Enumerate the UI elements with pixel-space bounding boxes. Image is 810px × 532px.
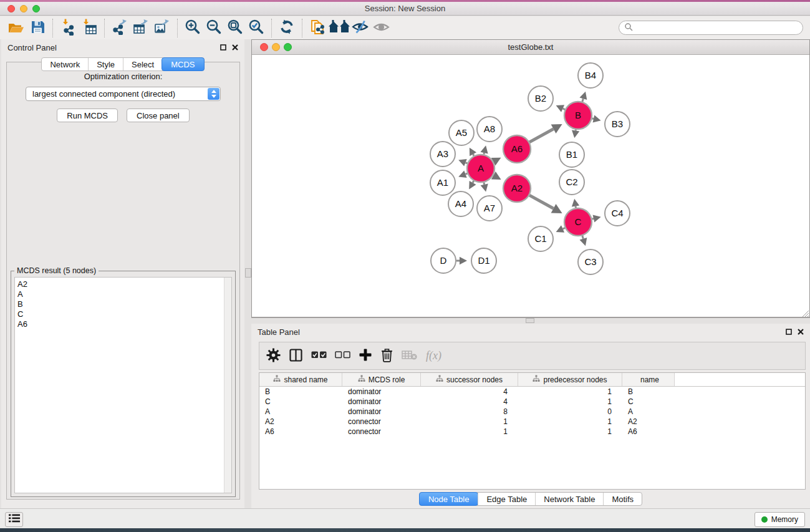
table-row[interactable]: Bdominator41B xyxy=(259,387,805,397)
graph-edge-A-A1[interactable] xyxy=(465,173,467,174)
graph-node-A3[interactable]: A3 xyxy=(430,142,455,167)
table-row[interactable]: A6connector11A6 xyxy=(259,427,805,437)
result-list-item[interactable]: A xyxy=(15,289,231,299)
delete-column-button[interactable] xyxy=(380,347,393,365)
table-row[interactable]: Adominator80A xyxy=(259,407,805,417)
search-input[interactable] xyxy=(636,24,798,32)
result-list-item[interactable]: A6 xyxy=(15,319,231,329)
show-hidden-button[interactable] xyxy=(370,18,392,38)
graph-node-A2[interactable]: A2 xyxy=(503,175,531,202)
new-network-from-selection-button[interactable] xyxy=(307,18,328,38)
export-image-button[interactable] xyxy=(152,18,173,38)
export-table-button[interactable] xyxy=(130,18,152,38)
graph-node-C3[interactable]: C3 xyxy=(578,249,603,274)
network-canvas[interactable]: B4B2BB3A8A5A6A3B1AC2A1A2A4A7C4CC1C3DD1 xyxy=(252,56,809,317)
task-history-button[interactable] xyxy=(5,512,23,527)
graph-edge-A-A5[interactable] xyxy=(473,154,474,156)
graph-node-C1[interactable]: C1 xyxy=(528,226,553,251)
mcds-result-list[interactable]: A2ABCA6 xyxy=(14,277,232,493)
zoom-in-button[interactable] xyxy=(182,18,203,38)
graph-node-C2[interactable]: C2 xyxy=(559,170,584,195)
column-header-shared-name[interactable]: shared name xyxy=(259,373,342,386)
network-zoom-button[interactable] xyxy=(284,43,292,51)
graph-edge-A-A3[interactable] xyxy=(465,163,467,163)
result-list-item[interactable]: B xyxy=(15,299,231,309)
column-header-name[interactable]: name xyxy=(622,373,675,386)
close-window-button[interactable] xyxy=(7,5,15,12)
graph-edge-A2-C[interactable] xyxy=(529,195,553,208)
graph-edge-A-A7[interactable] xyxy=(484,182,485,184)
column-header-predecessor-nodes[interactable]: predecessor nodes xyxy=(518,373,622,386)
graph-node-A1[interactable]: A1 xyxy=(430,170,455,195)
tab-mcds[interactable]: MCDS xyxy=(162,57,204,71)
hide-selected-button[interactable] xyxy=(349,18,370,38)
column-header-MCDS-role[interactable]: MCDS role xyxy=(342,373,421,386)
graph-node-D[interactable]: D xyxy=(431,248,456,273)
vertical-split-handle[interactable] xyxy=(245,268,251,278)
result-list-scrollbar[interactable] xyxy=(224,278,231,493)
export-network-button[interactable] xyxy=(109,18,130,38)
show-all-button[interactable] xyxy=(328,18,349,38)
table-row[interactable]: A2connector11A2 xyxy=(259,417,805,427)
add-column-button[interactable] xyxy=(359,347,372,365)
deselect-all-rows-button[interactable] xyxy=(335,347,350,365)
graph-edge-B-B3[interactable] xyxy=(592,118,593,119)
search-field[interactable] xyxy=(619,21,803,35)
delete-table-button[interactable] xyxy=(402,347,418,365)
tab-edge-table[interactable]: Edge Table xyxy=(478,493,535,505)
save-session-button[interactable] xyxy=(27,18,48,38)
zoom-out-button[interactable] xyxy=(203,18,224,38)
graph-node-B4[interactable]: B4 xyxy=(578,63,603,88)
column-header-successor-nodes[interactable]: successor nodes xyxy=(421,373,518,386)
horizontal-split-handle[interactable] xyxy=(526,318,534,323)
graph-node-C4[interactable]: C4 xyxy=(605,201,630,226)
network-graph[interactable]: B4B2BB3A8A5A6A3B1AC2A1A2A4A7C4CC1C3DD1 xyxy=(252,56,809,317)
close-panel-icon[interactable] xyxy=(232,43,238,52)
run-mcds-button[interactable]: Run MCDS xyxy=(57,109,118,122)
graph-edge-B-B2[interactable] xyxy=(563,109,565,110)
select-all-rows-button[interactable] xyxy=(311,347,327,365)
tab-select[interactable]: Select xyxy=(123,58,162,70)
graph-node-C[interactable]: C xyxy=(564,208,592,236)
graph-edge-A-A8[interactable] xyxy=(484,153,485,154)
close-panel-button[interactable]: Close panel xyxy=(127,109,190,122)
float-panel-icon[interactable] xyxy=(220,43,226,52)
graph-node-A4[interactable]: A4 xyxy=(448,191,473,216)
minimize-window-button[interactable] xyxy=(20,5,27,12)
tab-node-table[interactable]: Node Table xyxy=(419,492,479,506)
graph-node-A5[interactable]: A5 xyxy=(449,120,474,145)
network-close-button[interactable] xyxy=(260,43,268,51)
zoom-window-button[interactable] xyxy=(32,5,40,12)
resize-grip-icon[interactable] xyxy=(801,308,809,316)
graph-node-B2[interactable]: B2 xyxy=(528,86,553,111)
graph-node-A[interactable]: A xyxy=(467,155,494,182)
graph-edge-C-C3[interactable] xyxy=(582,236,584,239)
table-settings-button[interactable] xyxy=(266,347,281,365)
float-table-panel-icon[interactable] xyxy=(786,327,792,337)
node-table[interactable]: shared nameMCDS rolesuccessor nodesprede… xyxy=(259,372,806,490)
graph-edge-B-B4[interactable] xyxy=(582,99,584,102)
zoom-fit-button[interactable] xyxy=(224,18,246,38)
network-minimize-button[interactable] xyxy=(272,43,280,51)
graph-edge-A-A4[interactable] xyxy=(473,181,474,183)
graph-node-B1[interactable]: B1 xyxy=(559,142,584,167)
result-list-item[interactable]: A2 xyxy=(15,279,231,289)
tab-network[interactable]: Network xyxy=(42,58,88,70)
graph-node-B[interactable]: B xyxy=(564,102,592,129)
import-table-button[interactable] xyxy=(79,18,100,38)
graph-node-D1[interactable]: D1 xyxy=(471,248,496,273)
graph-node-A6[interactable]: A6 xyxy=(503,135,531,163)
refresh-button[interactable] xyxy=(276,18,297,38)
graph-node-B3[interactable]: B3 xyxy=(605,112,630,137)
zoom-selected-button[interactable] xyxy=(246,18,267,38)
graph-edge-A6-B[interactable] xyxy=(529,129,553,142)
close-table-panel-icon[interactable] xyxy=(798,327,804,337)
table-row[interactable]: Cdominator41C xyxy=(259,397,805,407)
result-list-item[interactable]: C xyxy=(15,309,231,319)
graph-node-A8[interactable]: A8 xyxy=(477,117,502,142)
graph-edge-C-C4[interactable] xyxy=(592,218,593,219)
import-network-button[interactable] xyxy=(57,18,79,38)
memory-button[interactable]: Memory xyxy=(755,512,805,527)
apply-function-button[interactable]: f(x) xyxy=(426,349,441,362)
tab-network-table[interactable]: Network Table xyxy=(535,493,603,505)
